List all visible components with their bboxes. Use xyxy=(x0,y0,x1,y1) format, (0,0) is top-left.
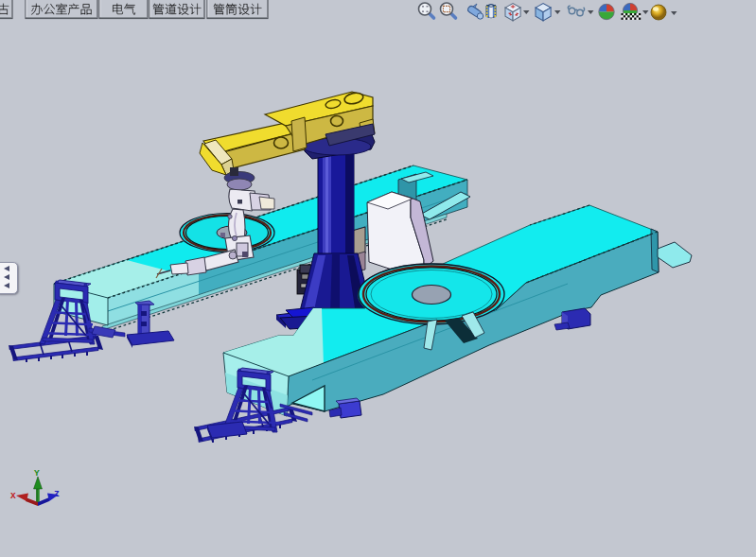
svg-text:X: X xyxy=(10,491,16,501)
svg-text:Z: Z xyxy=(54,489,60,499)
svg-text:Y: Y xyxy=(34,468,40,479)
